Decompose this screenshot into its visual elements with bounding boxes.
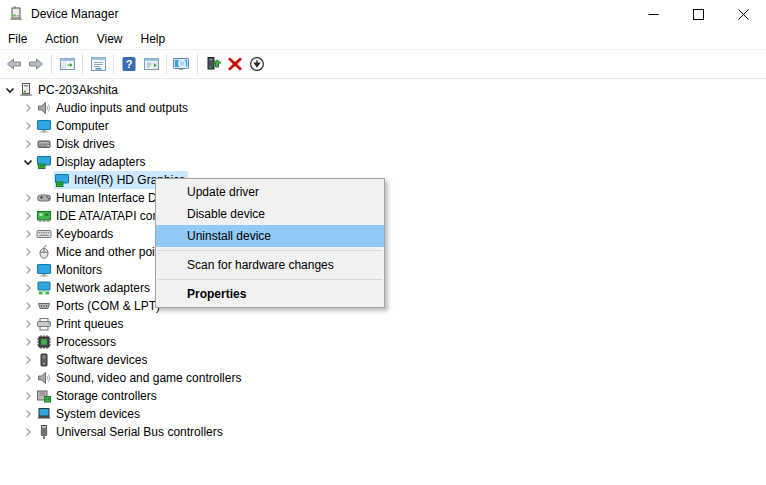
forward-button[interactable] xyxy=(25,53,47,75)
chevron-right-icon[interactable] xyxy=(20,334,36,350)
minimize-button[interactable] xyxy=(631,0,676,28)
tree-item[interactable]: Universal Serial Bus controllers xyxy=(0,423,766,441)
chevron-right-icon[interactable] xyxy=(20,298,36,314)
console-tree-icon xyxy=(59,56,76,72)
context-menu-separator xyxy=(158,279,382,280)
gamepad-icon xyxy=(36,190,52,206)
context-menu: Update driverDisable deviceUninstall dev… xyxy=(155,178,385,308)
ide-card-icon xyxy=(36,208,52,224)
context-menu-separator xyxy=(158,250,382,251)
mouse-icon xyxy=(36,244,52,260)
chevron-right-icon[interactable] xyxy=(20,118,36,134)
chevron-down-icon[interactable] xyxy=(20,154,36,170)
monitor-icon xyxy=(36,262,52,278)
tree-item[interactable]: Processors xyxy=(0,333,766,351)
maximize-icon xyxy=(693,9,704,20)
chevron-right-icon[interactable] xyxy=(20,316,36,332)
close-button[interactable] xyxy=(721,0,766,28)
chevron-right-icon[interactable] xyxy=(20,370,36,386)
toolbar-separator xyxy=(197,54,198,74)
chevron-right-icon[interactable] xyxy=(20,406,36,422)
scan-computer-icon xyxy=(172,56,192,72)
menubar-item-help[interactable]: Help xyxy=(132,28,175,50)
tree-item[interactable]: System devices xyxy=(0,405,766,423)
chevron-right-icon[interactable] xyxy=(20,352,36,368)
chevron-right-icon[interactable] xyxy=(20,280,36,296)
chevron-right-icon[interactable] xyxy=(20,424,36,440)
tree-item-label: Software devices xyxy=(56,352,147,368)
scan-hardware-button[interactable] xyxy=(171,53,193,75)
context-menu-item-uninstall-device[interactable]: Uninstall device xyxy=(156,225,384,247)
speaker-icon xyxy=(36,100,52,116)
caption-buttons xyxy=(631,0,766,28)
tree-item[interactable]: Computer xyxy=(0,117,766,135)
show-console-tree-button[interactable] xyxy=(56,53,78,75)
tree-item[interactable]: Disk drives xyxy=(0,135,766,153)
tree-item[interactable]: Audio inputs and outputs xyxy=(0,99,766,117)
tree-item-label: System devices xyxy=(56,406,140,422)
chevron-right-icon[interactable] xyxy=(20,136,36,152)
help-button[interactable]: ? xyxy=(118,53,140,75)
action-pane-button[interactable] xyxy=(140,53,162,75)
tree-item[interactable]: Print queues xyxy=(0,315,766,333)
context-menu-item-disable-device[interactable]: Disable device xyxy=(156,203,384,225)
menubar-item-action[interactable]: Action xyxy=(36,28,87,50)
speaker-icon xyxy=(36,370,52,386)
network-icon xyxy=(36,280,52,296)
maximize-button[interactable] xyxy=(676,0,721,28)
port-icon xyxy=(36,298,52,314)
context-menu-item-update-driver[interactable]: Update driver xyxy=(156,181,384,203)
context-menu-item-scan-for-hardware-changes[interactable]: Scan for hardware changes xyxy=(156,254,384,276)
title-bar: Device Manager xyxy=(0,0,766,28)
device-manager-icon xyxy=(8,6,24,22)
chevron-right-icon[interactable] xyxy=(20,226,36,242)
properties-window-icon xyxy=(90,56,107,72)
software-icon xyxy=(36,352,52,368)
window-title: Device Manager xyxy=(31,7,118,21)
display-adapter-icon xyxy=(36,154,52,170)
properties-button[interactable] xyxy=(87,53,109,75)
menu-bar: FileActionViewHelp xyxy=(0,28,766,50)
tree-item[interactable]: PC-203Akshita xyxy=(0,81,766,99)
chevron-right-icon[interactable] xyxy=(20,262,36,278)
tree-item-label: Print queues xyxy=(56,316,123,332)
close-icon xyxy=(738,9,749,20)
context-menu-item-properties[interactable]: Properties xyxy=(156,283,384,305)
tree-item-label: Audio inputs and outputs xyxy=(56,100,188,116)
toolbar-separator xyxy=(166,54,167,74)
chevron-down-icon[interactable] xyxy=(2,82,18,98)
tree-item[interactable]: Storage controllers xyxy=(0,387,766,405)
keyboard-icon xyxy=(36,226,52,242)
uninstall-device-button[interactable] xyxy=(224,53,246,75)
processor-icon xyxy=(36,334,52,350)
disk-icon xyxy=(36,136,52,152)
computer-icon xyxy=(18,82,34,98)
chevron-right-icon[interactable] xyxy=(20,244,36,260)
chevron-right-icon[interactable] xyxy=(20,190,36,206)
tree-item-label: Processors xyxy=(56,334,116,350)
chevron-right-icon[interactable] xyxy=(20,100,36,116)
tree-item[interactable]: Display adapters xyxy=(0,153,766,171)
tree-item-label: Sound, video and game controllers xyxy=(56,370,241,386)
disable-device-button[interactable] xyxy=(246,53,268,75)
tree-item[interactable]: Sound, video and game controllers xyxy=(0,369,766,387)
update-driver-button[interactable] xyxy=(202,53,224,75)
forward-arrow-icon xyxy=(27,56,45,72)
toolbar-separator xyxy=(113,54,114,74)
menubar-item-view[interactable]: View xyxy=(88,28,132,50)
tree-item-label: Disk drives xyxy=(56,136,115,152)
toolbar-separator xyxy=(51,54,52,74)
tree-item-label: Display adapters xyxy=(56,154,145,170)
tree-item-label: Keyboards xyxy=(56,226,113,242)
menubar-item-file[interactable]: File xyxy=(8,28,36,50)
display-adapter-icon xyxy=(54,172,70,188)
chevron-right-icon[interactable] xyxy=(20,208,36,224)
tree-item-label: Universal Serial Bus controllers xyxy=(56,424,223,440)
chevron-right-icon[interactable] xyxy=(20,388,36,404)
back-button[interactable] xyxy=(3,53,25,75)
tree-item[interactable]: Software devices xyxy=(0,351,766,369)
minimize-icon xyxy=(648,9,659,20)
monitor-icon xyxy=(36,118,52,134)
help-icon: ? xyxy=(121,56,137,72)
disable-circle-icon xyxy=(249,56,265,72)
